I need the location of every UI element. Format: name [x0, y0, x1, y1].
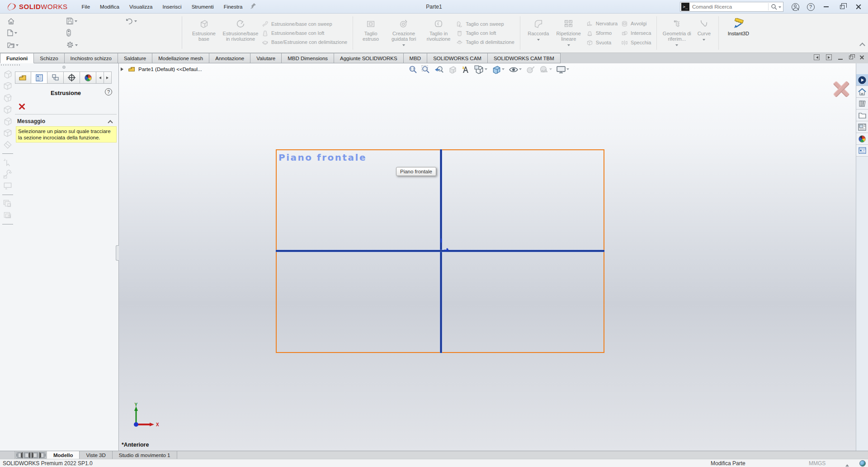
sketch-tools-icon[interactable]	[3, 170, 13, 179]
estrusione-sweep-button[interactable]: Estrusione/base con sweep	[262, 21, 347, 27]
graphics-area[interactable]: Parte1 (Default) <<Defaul...	[119, 63, 856, 451]
status-units[interactable]: MMGS	[809, 460, 826, 467]
tab-aggiunte-solidworks[interactable]: Aggiunte SOLIDWORKS	[334, 53, 404, 63]
feature-tree-breadcrumb[interactable]: Parte1 (Default) <<Defaul...	[121, 66, 202, 72]
view-orientation-button[interactable]	[474, 65, 487, 74]
undo-dropdown-icon[interactable]	[134, 20, 137, 24]
pm-help-icon[interactable]: ?	[105, 88, 112, 95]
zoom-fit-button[interactable]	[408, 65, 417, 74]
layers-icon[interactable]	[3, 199, 13, 208]
view-settings-button[interactable]	[556, 65, 569, 74]
section-view-button[interactable]	[448, 65, 457, 74]
panel-tab-scroll-left[interactable]	[96, 71, 104, 84]
tab-funzioni[interactable]: Funzioni	[0, 53, 34, 63]
home-tab-button[interactable]	[856, 86, 868, 98]
curve-button[interactable]: Curve	[693, 15, 715, 42]
pm-cancel-button[interactable]	[18, 102, 26, 110]
doc-minimize-icon[interactable]	[838, 59, 843, 60]
hide-show-dropdown-icon[interactable]	[519, 68, 522, 71]
svuota-button[interactable]: Svuota	[586, 40, 618, 46]
geometria-riferimento-button[interactable]: Geometria di riferim...	[660, 15, 693, 48]
pin-menu-icon[interactable]	[250, 2, 257, 10]
previous-view-button[interactable]	[434, 65, 444, 74]
view-diamond-icon[interactable]	[3, 140, 13, 149]
apply-scene-dropdown-icon[interactable]	[549, 68, 552, 71]
options-dropdown-icon[interactable]	[75, 44, 78, 48]
custom-properties-button[interactable]	[856, 145, 868, 157]
tab-solidworks-cam[interactable]: SOLIDWORKS CAM	[427, 53, 488, 63]
pm-collapse-icon[interactable]	[108, 120, 113, 125]
sformo-button[interactable]: Sformo	[586, 30, 618, 36]
panel-grip[interactable]	[1, 64, 21, 66]
tab-schizzo[interactable]: Schizzo	[34, 53, 64, 63]
menu-visualizza[interactable]: Visualizza	[125, 2, 157, 11]
view-orientation-dropdown-icon[interactable]	[485, 68, 487, 71]
collapse-ribbon-icon[interactable]	[859, 43, 865, 48]
status-globe-icon[interactable]	[859, 460, 866, 467]
account-button[interactable]	[788, 0, 803, 14]
display-style-button[interactable]	[491, 65, 505, 74]
tab-annotazione[interactable]: Annotazione	[209, 53, 250, 63]
estrusione-base-button[interactable]: Estrusione base	[187, 15, 221, 42]
estrusione-delimitazione-button[interactable]: Base/Estrusione con delimitazione	[262, 39, 347, 45]
save-button[interactable]	[62, 18, 77, 24]
3dexperience-button[interactable]	[856, 74, 868, 86]
geometria-dropdown-icon[interactable]	[675, 44, 678, 48]
tab-mbd[interactable]: MBD	[404, 53, 428, 63]
cancel-watermark-icon[interactable]	[831, 79, 851, 99]
collapse-pane-right-icon[interactable]	[826, 54, 832, 60]
appearances-button[interactable]	[856, 133, 868, 145]
displaymanager-tab[interactable]	[80, 71, 96, 84]
restore-button[interactable]	[835, 0, 850, 14]
tab-saldature[interactable]: Saldature	[118, 53, 152, 63]
apply-scene-button[interactable]	[539, 65, 552, 74]
scroll-first-icon[interactable]	[16, 452, 23, 458]
nervatura-button[interactable]: Nervatura	[586, 21, 618, 27]
scroll-last-icon[interactable]	[39, 452, 46, 458]
options-button[interactable]	[62, 41, 78, 48]
doc-close-icon[interactable]	[859, 55, 864, 60]
estrusione-rivoluzione-button[interactable]: Estrusione/base in rivoluzione	[221, 15, 260, 42]
panel-tab-scroll-right[interactable]	[104, 71, 112, 84]
view-cube-icon[interactable]	[3, 81, 13, 91]
minimize-button[interactable]	[818, 0, 834, 14]
save-dropdown-icon[interactable]	[75, 20, 77, 24]
interseca-button[interactable]: Interseca	[621, 30, 651, 36]
taglio-delimitazione-button[interactable]: Taglio di delimitazione	[456, 39, 514, 45]
tab-modello[interactable]: Modello	[47, 451, 80, 459]
view-cube-icon[interactable]	[3, 105, 13, 114]
help-button[interactable]: ?	[803, 0, 818, 14]
doc-restore-icon[interactable]	[849, 56, 853, 59]
search-dropdown-icon[interactable]	[778, 6, 781, 10]
status-expand-icon[interactable]	[845, 462, 849, 467]
view-palette-button[interactable]	[856, 121, 868, 133]
view-cube-icon[interactable]	[3, 129, 13, 138]
close-button[interactable]	[851, 0, 866, 14]
selection-filter-icon[interactable]	[3, 158, 13, 167]
featuremanager-tab[interactable]	[15, 71, 31, 84]
menu-file[interactable]: File	[78, 2, 94, 11]
tab-mbd-dimensions[interactable]: MBD Dimensions	[282, 53, 334, 63]
curve-dropdown-icon[interactable]	[703, 39, 705, 42]
hide-show-items-button[interactable]	[509, 65, 522, 74]
file-explorer-button[interactable]	[856, 110, 868, 121]
view-settings-dropdown-icon[interactable]	[566, 68, 569, 71]
raccorda-button[interactable]: Raccorda	[524, 15, 553, 42]
specchia-button[interactable]: Specchia	[621, 40, 651, 46]
fori-dropdown-icon[interactable]	[402, 44, 405, 48]
layers-icon[interactable]	[3, 211, 13, 220]
display-style-dropdown-icon[interactable]	[502, 68, 505, 71]
menu-modifica[interactable]: Modifica	[96, 2, 123, 11]
ripetizione-dropdown-icon[interactable]	[567, 44, 570, 48]
home-button[interactable]	[3, 18, 15, 25]
propertymanager-tab[interactable]	[31, 71, 47, 84]
panel-splitter-handle[interactable]	[116, 245, 119, 261]
menu-strumenti[interactable]: Strumenti	[188, 2, 218, 11]
tab-valutare[interactable]: Valutare	[250, 53, 282, 63]
view-cube-icon[interactable]	[3, 70, 13, 79]
estrusione-loft-button[interactable]: Estrusione/base con loft	[262, 30, 347, 36]
tab-inchiostro-schizzo[interactable]: Inchiostro schizzo	[65, 53, 118, 63]
scroll-prev-icon[interactable]	[24, 452, 31, 458]
new-dropdown-icon[interactable]	[14, 32, 17, 35]
expand-tree-icon[interactable]	[121, 67, 125, 71]
